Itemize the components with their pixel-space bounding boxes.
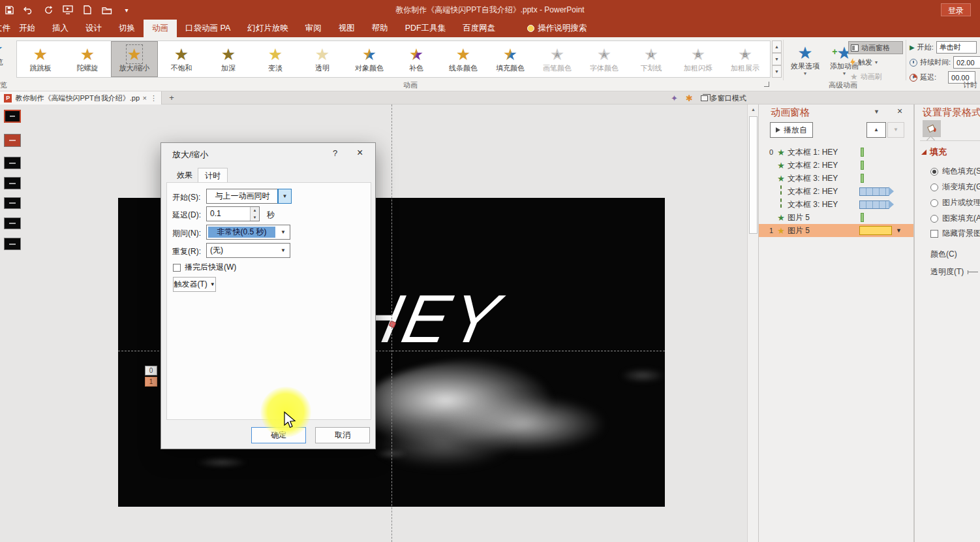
gradient-fill-option[interactable]: 渐变填充(G) xyxy=(930,182,980,193)
gallery-item-desaturate[interactable]: ★不饱和 xyxy=(158,41,205,77)
animation-item-row[interactable]: 文本框 2: HEY xyxy=(759,185,914,198)
customize-toolbar-icon[interactable]: ▾ xyxy=(120,3,133,16)
cancel-button[interactable]: 取消 xyxy=(315,427,370,443)
hide-background-checkbox[interactable]: 隐藏背景图形 xyxy=(930,228,980,239)
animation-item-row[interactable]: ★ 文本框 2: HEY xyxy=(759,159,914,172)
slide-thumbnail-2[interactable] xyxy=(4,134,21,147)
start-dropdown[interactable]: 单击时 xyxy=(936,41,977,54)
timeline-bar[interactable] xyxy=(859,200,889,209)
tab-view[interactable]: 视图 xyxy=(330,20,363,37)
slide-thumbnail-6[interactable] xyxy=(4,217,21,229)
tab-baidu-pan[interactable]: 百度网盘 xyxy=(454,20,504,37)
spin-down-icon[interactable]: ▼ xyxy=(251,214,259,221)
animation-item-row[interactable]: ★ 文本框 3: HEY xyxy=(759,172,914,185)
save-icon[interactable] xyxy=(3,3,16,16)
gallery-item-teeter[interactable]: ★跳跳板 xyxy=(17,41,64,77)
gallery-more-button[interactable]: ▼ xyxy=(772,65,782,78)
fill-paint-bucket-icon[interactable] xyxy=(923,120,941,137)
row-dropdown-icon[interactable]: ▼ xyxy=(896,227,902,234)
gallery-item-object-color[interactable]: ★对象颜色 xyxy=(346,41,393,77)
fill-section-header[interactable]: 填充 xyxy=(921,146,947,158)
gallery-scroll-up[interactable]: ▲ xyxy=(772,40,782,53)
pane-dropdown-icon[interactable]: ▼ xyxy=(874,108,880,115)
tab-design[interactable]: 设计 xyxy=(77,20,110,37)
tab-transitions[interactable]: 切换 xyxy=(110,20,144,37)
spin-up-icon[interactable]: ▲ xyxy=(251,207,259,214)
scrollbar-thumb[interactable] xyxy=(749,116,758,234)
solid-fill-option[interactable]: 纯色填充(S) xyxy=(930,166,980,177)
tell-me-search[interactable]: 操作说明搜索 xyxy=(521,20,593,37)
help-icon[interactable]: ? xyxy=(333,148,337,158)
tab-slideshow[interactable]: 幻灯片放映 xyxy=(239,20,297,37)
gallery-item-complementary-color[interactable]: ★补色 xyxy=(393,41,440,77)
animation-number-chip-0[interactable]: 0 xyxy=(145,366,157,375)
delay-spinbox[interactable]: 0.1 ▲▼ xyxy=(206,206,260,221)
animation-number-chip-1[interactable]: 1 xyxy=(145,377,157,387)
preview-button[interactable]: ★ 预览 xyxy=(0,40,12,80)
gallery-item-spin[interactable]: ★陀螺旋 xyxy=(64,41,111,77)
timeline-bar[interactable] xyxy=(859,187,889,196)
close-tab-icon[interactable]: × xyxy=(143,94,147,102)
animation-item-row-selected[interactable]: 1 ★ 图片 5 ▼ xyxy=(759,224,914,237)
canvas-scrollbar[interactable]: ▲ xyxy=(747,104,758,542)
gear-icon[interactable]: ✱ xyxy=(686,93,693,103)
dialog-launcher-icon[interactable] xyxy=(764,82,769,87)
trigger-button[interactable]: 触发▾ xyxy=(848,56,903,69)
tab-insert[interactable]: 插入 xyxy=(44,20,77,37)
undo-icon[interactable] xyxy=(22,3,35,16)
timeline-bar[interactable] xyxy=(859,226,892,235)
rewind-checkbox[interactable]: 播完后快退(W) xyxy=(173,262,236,273)
gallery-item-line-color[interactable]: ★线条颜色 xyxy=(440,41,487,77)
period-combobox[interactable]: 非常快(0.5 秒) ▼ xyxy=(206,225,290,240)
gallery-item-grow-shrink[interactable]: ★放大/缩小 xyxy=(111,41,158,77)
tab-pdf-tools[interactable]: PDF工具集 xyxy=(397,20,455,37)
gallery-item-darken[interactable]: ★加深 xyxy=(205,41,252,77)
transparency-row[interactable]: 透明度(T) xyxy=(930,266,978,278)
animation-item-row[interactable]: 文本框 3: HEY xyxy=(759,198,914,211)
slide-thumbnail-4[interactable] xyxy=(4,177,21,189)
chevron-down-icon[interactable]: ▼ xyxy=(277,244,290,257)
gallery-scroll-down[interactable]: ▼ xyxy=(772,53,782,65)
slide-thumbnail-3[interactable] xyxy=(4,157,21,169)
pane-close-icon[interactable]: × xyxy=(897,106,902,116)
login-button[interactable]: 登录 xyxy=(941,3,971,16)
start-slideshow-icon[interactable] xyxy=(61,3,74,16)
chevron-down-icon[interactable]: ▼ xyxy=(277,225,290,239)
new-file-icon[interactable] xyxy=(81,3,94,16)
gallery-item-transparency[interactable]: ★透明 xyxy=(299,41,346,77)
repeat-combobox[interactable]: (无) ▼ xyxy=(206,243,290,258)
timeline-bar[interactable] xyxy=(861,161,864,170)
close-icon[interactable]: × xyxy=(357,147,363,159)
gallery-item-fill-color[interactable]: ★填充颜色 xyxy=(487,41,534,77)
new-tab-button[interactable]: + xyxy=(166,93,177,103)
redo-icon[interactable] xyxy=(42,3,55,16)
tab-file[interactable]: 文件 xyxy=(0,20,10,37)
play-from-button[interactable]: 播放自 xyxy=(770,122,813,138)
tab-help[interactable]: 帮助 xyxy=(363,20,397,37)
chevron-down-icon[interactable]: ▼ xyxy=(278,189,291,203)
open-folder-icon[interactable] xyxy=(100,3,114,16)
magic-wand-icon[interactable]: ✦ xyxy=(671,93,678,103)
document-tab[interactable]: P 教你制作《高端快闪PPT自我介绍》.pptx × ⋮ xyxy=(0,91,162,104)
picture-texture-fill-option[interactable]: 图片或纹理填充 xyxy=(930,197,980,208)
slider-track[interactable] xyxy=(968,272,978,272)
color-row[interactable]: 颜色(C) xyxy=(930,249,957,260)
multi-window-mode-button[interactable]: 多窗口模式 xyxy=(701,93,746,103)
timeline-bar[interactable] xyxy=(861,174,864,183)
timeline-bar[interactable] xyxy=(861,148,864,157)
slide-thumbnail-7[interactable] xyxy=(4,238,21,250)
tab-review[interactable]: 审阅 xyxy=(297,20,330,37)
scroll-up-icon[interactable]: ▲ xyxy=(748,104,758,115)
start-combobox[interactable]: 与上一动画同时 ▼ xyxy=(206,189,292,204)
tab-home[interactable]: 开始 xyxy=(10,20,44,37)
triggers-button[interactable]: 触发器(T)▼ xyxy=(173,277,216,292)
duration-input[interactable]: 02.00 xyxy=(953,56,980,69)
tab-menu-icon[interactable]: ⋮ xyxy=(150,94,157,103)
slide-thumbnail-5[interactable] xyxy=(4,197,21,209)
dialog-tab-effect[interactable]: 效果 xyxy=(170,168,199,183)
animation-item-row[interactable]: 0 ★ 文本框 1: HEY xyxy=(759,146,914,159)
move-earlier-button[interactable]: ▲ xyxy=(866,122,886,138)
tab-animations[interactable]: 动画 xyxy=(144,20,177,37)
animation-pane-button[interactable]: 动画窗格 xyxy=(848,41,903,54)
animation-item-row[interactable]: ★ 图片 5 xyxy=(759,211,914,224)
